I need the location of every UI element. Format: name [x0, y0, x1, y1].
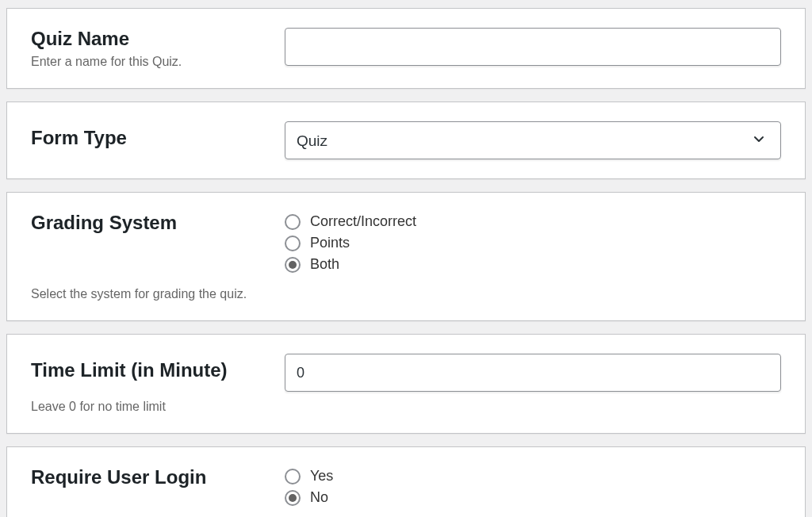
radio-icon — [285, 214, 301, 230]
time-limit-hint: Leave 0 for no time limit — [31, 400, 781, 414]
radio-icon — [285, 257, 301, 273]
require-login-label: Require User Login — [31, 466, 269, 488]
grading-option-correct-incorrect[interactable]: Correct/Incorrect — [285, 213, 781, 230]
grading-system-radio-group: Correct/Incorrect Points Both — [285, 212, 781, 273]
quiz-name-hint: Enter a name for this Quiz. — [31, 55, 269, 69]
quiz-name-input[interactable] — [285, 28, 781, 66]
panel-require-login: Require User Login Yes No Enabling this … — [6, 446, 806, 517]
form-type-select[interactable]: Quiz — [285, 121, 781, 159]
panel-time-limit: Time Limit (in Minute) Leave 0 for no ti… — [6, 334, 806, 434]
time-limit-label: Time Limit (in Minute) — [31, 359, 269, 381]
require-login-radio-group: Yes No — [285, 466, 781, 506]
panel-grading-system: Grading System Correct/Incorrect Points … — [6, 192, 806, 321]
radio-label: Yes — [310, 468, 333, 484]
radio-label: No — [310, 489, 328, 506]
time-limit-input[interactable] — [285, 354, 781, 392]
radio-label: Points — [310, 235, 350, 251]
require-login-option-no[interactable]: No — [285, 489, 781, 506]
grading-system-hint: Select the system for grading the quiz. — [31, 287, 781, 301]
radio-label: Correct/Incorrect — [310, 213, 416, 230]
quiz-name-label: Quiz Name — [31, 28, 269, 50]
radio-label: Both — [310, 256, 339, 273]
panel-form-type: Form Type Quiz — [6, 101, 806, 179]
radio-icon — [285, 469, 301, 484]
grading-system-label: Grading System — [31, 212, 269, 234]
panel-quiz-name: Quiz Name Enter a name for this Quiz. — [6, 8, 806, 89]
grading-option-both[interactable]: Both — [285, 256, 781, 273]
radio-icon — [285, 236, 301, 251]
form-type-label: Form Type — [31, 127, 269, 149]
grading-option-points[interactable]: Points — [285, 235, 781, 251]
radio-icon — [285, 490, 301, 506]
require-login-option-yes[interactable]: Yes — [285, 468, 781, 484]
